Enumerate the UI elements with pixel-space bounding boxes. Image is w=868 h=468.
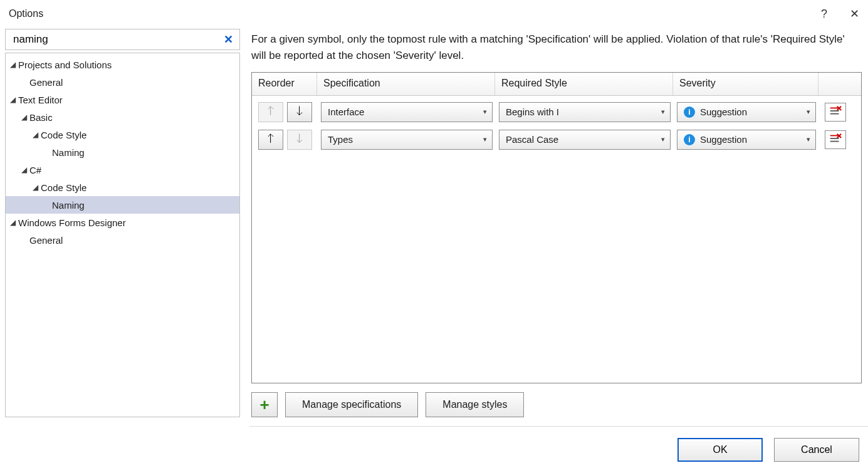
col-reorder: Reorder	[252, 73, 317, 95]
panel-description: For a given symbol, only the topmost rul…	[251, 31, 862, 65]
options-main-panel: For a given symbol, only the topmost rul…	[251, 29, 868, 417]
arrow-up-icon: 🡑	[265, 105, 276, 118]
tree-item[interactable]: ◢Windows Forms Designer	[6, 214, 239, 231]
collapse-icon[interactable]: ◢	[8, 95, 17, 104]
tree-item-label: Code Style	[41, 182, 86, 193]
tree-item[interactable]: ◢C#	[6, 161, 239, 179]
clear-search-icon[interactable]: ✕	[222, 33, 234, 46]
rule-row: 🡑🡓Types▾Pascal Case▾iSuggestion▾	[256, 126, 857, 153]
rule-row: 🡑🡓Interface▾Begins with I▾iSuggestion▾	[256, 98, 857, 126]
severity-dropdown-value: Suggestion	[700, 134, 747, 145]
required-style-dropdown[interactable]: Pascal Case▾	[499, 130, 671, 150]
cancel-button[interactable]: Cancel	[774, 438, 859, 462]
tree-item-label: C#	[29, 165, 41, 175]
grid-header: Reorder Specification Required Style Sev…	[252, 73, 861, 96]
move-down-button[interactable]: 🡓	[287, 102, 312, 122]
col-specification: Specification	[317, 73, 495, 95]
tree-item-label: Naming	[52, 147, 85, 158]
manage-styles-button[interactable]: Manage styles	[426, 392, 524, 417]
ok-button[interactable]: OK	[677, 438, 763, 462]
close-icon[interactable]: ✕	[850, 7, 859, 21]
dialog-buttons: OK Cancel	[0, 427, 868, 462]
delete-icon	[829, 105, 842, 119]
tree-item-label: Projects and Solutions	[18, 60, 112, 70]
tree-item[interactable]: ◢Basic	[6, 108, 239, 126]
search-box[interactable]: ✕	[5, 29, 240, 50]
delete-rule-button[interactable]	[825, 103, 846, 122]
help-icon[interactable]: ?	[821, 8, 827, 21]
chevron-down-icon: ▾	[661, 135, 665, 143]
titlebar: Options ? ✕	[0, 0, 868, 29]
chevron-down-icon: ▾	[661, 108, 665, 116]
collapse-icon[interactable]: ◢	[31, 183, 39, 192]
required-style-dropdown-value: Pascal Case	[506, 134, 558, 145]
manage-specifications-button[interactable]: Manage specifications	[285, 392, 418, 417]
reorder-cell: 🡑🡓	[256, 130, 321, 150]
required-style-dropdown[interactable]: Begins with I▾	[499, 102, 671, 122]
info-icon: i	[684, 134, 695, 145]
specification-dropdown-value: Interface	[328, 107, 364, 117]
tree-item[interactable]: Naming	[6, 143, 239, 161]
chevron-down-icon: ▾	[483, 108, 487, 116]
options-sidebar: ✕ ◢Projects and SolutionsGeneral◢Text Ed…	[5, 29, 240, 417]
chevron-down-icon: ▾	[807, 108, 810, 116]
naming-rules-grid: Reorder Specification Required Style Sev…	[251, 72, 862, 383]
arrow-up-icon: 🡑	[265, 133, 276, 146]
add-rule-button[interactable]: +	[251, 392, 278, 417]
required-style-dropdown-value: Begins with I	[506, 107, 559, 117]
col-severity: Severity	[673, 73, 818, 95]
tree-item-label: General	[29, 235, 63, 246]
tree-item[interactable]: General	[6, 231, 239, 249]
tree-item[interactable]: Naming	[6, 196, 239, 214]
severity-dropdown[interactable]: iSuggestion▾	[677, 130, 816, 150]
delete-rule-button[interactable]	[825, 130, 846, 149]
tree-item[interactable]: ◢Code Style	[6, 126, 239, 143]
delete-icon	[829, 132, 842, 147]
collapse-icon[interactable]: ◢	[19, 113, 28, 122]
col-required-style: Required Style	[495, 73, 673, 95]
info-icon: i	[684, 107, 695, 118]
specification-dropdown[interactable]: Interface▾	[321, 102, 493, 122]
severity-dropdown-value: Suggestion	[700, 107, 747, 117]
tree-item[interactable]: ◢Code Style	[6, 179, 239, 196]
tree-item-label: Code Style	[41, 130, 86, 140]
specification-dropdown-value: Types	[328, 134, 353, 145]
window-title: Options	[9, 8, 43, 19]
tree-item[interactable]: ◢Text Editor	[6, 91, 239, 108]
specification-dropdown[interactable]: Types▾	[321, 130, 493, 150]
options-tree[interactable]: ◢Projects and SolutionsGeneral◢Text Edit…	[5, 53, 240, 417]
arrow-down-icon: 🡓	[294, 133, 305, 146]
chevron-down-icon: ▾	[807, 135, 810, 143]
arrow-down-icon: 🡓	[294, 105, 305, 118]
reorder-cell: 🡑🡓	[256, 102, 321, 122]
search-input[interactable]	[12, 33, 222, 46]
grid-footer: + Manage specifications Manage styles	[251, 392, 862, 417]
tree-item-label: General	[29, 77, 63, 88]
move-up-button: 🡑	[258, 102, 283, 122]
collapse-icon[interactable]: ◢	[8, 218, 17, 227]
chevron-down-icon: ▾	[483, 135, 487, 143]
move-up-button[interactable]: 🡑	[258, 130, 283, 150]
tree-item-label: Naming	[52, 200, 85, 211]
collapse-icon[interactable]: ◢	[8, 60, 17, 69]
collapse-icon[interactable]: ◢	[19, 165, 28, 174]
tree-item-label: Windows Forms Designer	[18, 217, 126, 228]
tree-item-label: Basic	[29, 112, 53, 123]
window-controls: ? ✕	[821, 7, 859, 21]
tree-item[interactable]: ◢Projects and Solutions	[6, 56, 239, 73]
tree-item[interactable]: General	[6, 73, 239, 91]
plus-icon: +	[259, 397, 269, 413]
tree-item-label: Text Editor	[18, 95, 63, 105]
severity-dropdown[interactable]: iSuggestion▾	[677, 102, 816, 122]
col-actions	[818, 73, 854, 95]
move-down-button: 🡓	[287, 130, 312, 150]
collapse-icon[interactable]: ◢	[31, 130, 39, 139]
